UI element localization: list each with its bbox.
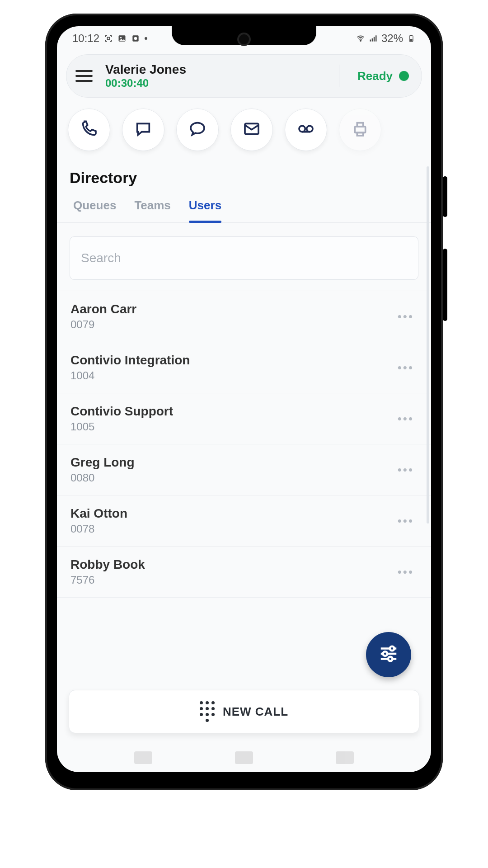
svg-point-5 xyxy=(360,40,361,42)
screen: 10:12 32% xyxy=(57,26,431,772)
battery-text: 32% xyxy=(381,32,403,45)
user-info: Kai Otton0078 xyxy=(70,506,127,535)
email-icon xyxy=(243,120,261,140)
tab-teams[interactable]: Teams xyxy=(134,194,170,222)
phone-side-button xyxy=(443,176,447,217)
channel-email[interactable] xyxy=(230,108,273,151)
more-icon[interactable]: ••• xyxy=(394,357,418,378)
channel-phone[interactable] xyxy=(68,108,110,151)
voicemail-icon xyxy=(297,120,315,140)
svg-point-21 xyxy=(390,646,394,651)
user-name: Contivio Support xyxy=(70,404,173,419)
more-icon[interactable]: ••• xyxy=(394,510,418,532)
more-notifications-dot xyxy=(145,37,147,40)
user-info: Robby Book7576 xyxy=(70,557,145,586)
agent-info: Valerie Jones 00:30:40 xyxy=(105,62,329,90)
image-icon xyxy=(117,34,127,43)
agent-header: Valerie Jones 00:30:40 Ready xyxy=(66,54,422,98)
user-info: Contivio Integration1004 xyxy=(70,353,190,382)
new-call-label: NEW CALL xyxy=(223,705,288,719)
user-row[interactable]: Contivio Support1005••• xyxy=(57,393,431,444)
svg-rect-8 xyxy=(374,37,375,42)
svg-rect-17 xyxy=(355,127,365,132)
svg-rect-6 xyxy=(370,40,371,42)
svg-rect-7 xyxy=(372,38,373,42)
channel-sms[interactable] xyxy=(122,108,164,151)
status-time: 10:12 xyxy=(72,32,99,45)
status-bar-left: 10:12 xyxy=(72,32,147,45)
page-title: Directory xyxy=(57,156,431,194)
phone-frame: 10:12 32% xyxy=(45,14,443,790)
user-row[interactable]: Contivio Integration1004••• xyxy=(57,342,431,393)
battery-icon xyxy=(407,34,416,43)
phone-notch xyxy=(172,26,316,45)
more-icon[interactable]: ••• xyxy=(394,561,418,583)
channel-chat[interactable] xyxy=(176,108,219,151)
phone-side-button xyxy=(443,249,447,321)
svg-point-4 xyxy=(134,37,137,40)
wifi-icon xyxy=(356,34,365,43)
scrollbar[interactable] xyxy=(427,166,429,524)
agent-timer: 00:30:40 xyxy=(105,77,329,90)
channel-row xyxy=(57,98,431,156)
menu-button[interactable] xyxy=(75,66,95,86)
user-extension: 1004 xyxy=(70,369,190,382)
dialpad-icon xyxy=(200,701,215,722)
svg-point-23 xyxy=(383,651,388,656)
phone-icon xyxy=(80,120,98,140)
user-name: Robby Book xyxy=(70,557,145,572)
user-extension: 0080 xyxy=(70,472,135,484)
user-name: Contivio Integration xyxy=(70,353,190,368)
svg-point-25 xyxy=(388,657,393,661)
user-extension: 0079 xyxy=(70,318,136,331)
user-extension: 1005 xyxy=(70,420,173,433)
signal-icon xyxy=(369,34,378,43)
directory-tabs: QueuesTeamsUsers xyxy=(57,194,431,223)
status-dot-icon xyxy=(399,71,409,81)
user-info: Contivio Support1005 xyxy=(70,404,173,433)
svg-rect-12 xyxy=(410,39,412,41)
user-row[interactable]: Robby Book7576••• xyxy=(57,547,431,598)
svg-rect-0 xyxy=(108,38,110,40)
svg-point-15 xyxy=(307,126,313,132)
chat-icon xyxy=(188,120,206,140)
channel-fax xyxy=(339,108,381,151)
agent-name: Valerie Jones xyxy=(105,62,329,77)
app-icon xyxy=(131,34,140,43)
agent-status-label: Ready xyxy=(357,69,393,83)
svg-rect-19 xyxy=(357,132,363,136)
new-call-button[interactable]: NEW CALL xyxy=(69,690,419,733)
svg-rect-9 xyxy=(375,35,377,41)
sliders-icon xyxy=(378,643,399,666)
tab-users[interactable]: Users xyxy=(189,194,221,222)
more-icon[interactable]: ••• xyxy=(394,306,418,327)
user-name: Greg Long xyxy=(70,455,135,470)
user-info: Greg Long0080 xyxy=(70,455,135,484)
tab-queues[interactable]: Queues xyxy=(73,194,116,222)
more-icon[interactable]: ••• xyxy=(394,459,418,481)
user-name: Kai Otton xyxy=(70,506,127,521)
sms-icon xyxy=(134,120,152,140)
user-extension: 7576 xyxy=(70,574,145,586)
svg-point-2 xyxy=(120,37,122,38)
search-wrap xyxy=(57,223,431,288)
user-row[interactable]: Kai Otton0078••• xyxy=(57,495,431,547)
svg-point-14 xyxy=(299,126,305,132)
divider xyxy=(339,65,339,87)
user-extension: 0078 xyxy=(70,523,127,535)
user-name: Aaron Carr xyxy=(70,302,136,316)
svg-rect-11 xyxy=(410,35,412,36)
user-list: Aaron Carr0079•••Contivio Integration100… xyxy=(57,291,431,598)
svg-rect-18 xyxy=(357,123,363,127)
status-bar-right: 32% xyxy=(356,32,416,45)
user-info: Aaron Carr0079 xyxy=(70,302,136,331)
channel-voicemail[interactable] xyxy=(285,108,327,151)
more-icon[interactable]: ••• xyxy=(394,408,418,429)
screenshot-icon xyxy=(104,34,113,43)
filter-fab[interactable] xyxy=(366,632,411,677)
user-row[interactable]: Aaron Carr0079••• xyxy=(57,291,431,342)
agent-status[interactable]: Ready xyxy=(349,69,409,83)
user-row[interactable]: Greg Long0080••• xyxy=(57,444,431,495)
fax-icon xyxy=(351,120,369,140)
search-input[interactable] xyxy=(70,236,418,280)
